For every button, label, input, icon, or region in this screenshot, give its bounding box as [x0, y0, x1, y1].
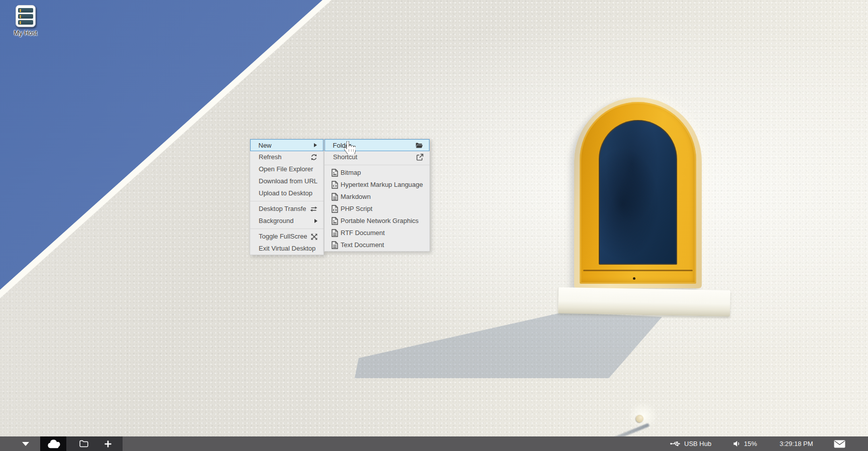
- submenu-item-portable-network-graphics[interactable]: Portable Network Graphics: [324, 215, 429, 227]
- menu-item-toggle-fullscreen[interactable]: Toggle FullScreen: [250, 231, 323, 243]
- file-lines-icon: [331, 193, 338, 201]
- volume-icon: [733, 440, 740, 447]
- hand-cursor: [344, 141, 356, 156]
- cloud-icon: [47, 439, 60, 448]
- menu-item-refresh[interactable]: Refresh: [250, 151, 323, 163]
- file-image-icon: [331, 169, 338, 177]
- menu-item-new[interactable]: New: [250, 139, 323, 151]
- exchange-icon: [310, 206, 317, 212]
- caret-right-icon: [314, 219, 317, 223]
- volume-level-label: 15%: [744, 440, 757, 447]
- add-button[interactable]: [97, 436, 119, 451]
- server-icon: [16, 5, 36, 27]
- submenu-item-php-script[interactable]: PHP Script: [324, 203, 429, 215]
- menu-divider: [324, 165, 429, 165]
- caret-down-icon[interactable]: [22, 442, 29, 446]
- submenu-item-text-document[interactable]: Text Document: [324, 239, 429, 251]
- menu-item-open-file-explorer[interactable]: Open File Explorer: [250, 163, 323, 175]
- file-lines-icon: [331, 229, 338, 237]
- new-submenu: Folder Shortcut: [324, 139, 430, 252]
- external-link-icon: [416, 154, 423, 161]
- menu-divider: [250, 201, 323, 201]
- menu-item-desktop-transfer[interactable]: Desktop Transfer: [250, 203, 323, 215]
- usb-hub-label: USB Hub: [684, 440, 711, 447]
- menu-item-upload-to-desktop[interactable]: Upload to Desktop: [250, 187, 323, 199]
- sync-icon: [310, 154, 317, 161]
- submenu-item-bitmap[interactable]: Bitmap: [324, 167, 429, 179]
- wallpaper-window-groove: [583, 270, 693, 271]
- virtual-desktop: My Host New Refresh Open File Explorer D…: [0, 0, 868, 451]
- context-menu: New Refresh Open File Explorer Download …: [250, 139, 324, 255]
- file-lines-icon: [331, 241, 338, 249]
- submenu-item-markdown[interactable]: Markdown: [324, 191, 429, 203]
- volume-status[interactable]: 15%: [733, 436, 757, 451]
- plus-icon: [104, 440, 112, 447]
- wallpaper-window-sill: [558, 287, 730, 316]
- clock[interactable]: 3:29:18 PM: [780, 436, 813, 451]
- file-image-icon: [331, 217, 338, 225]
- menu-divider: [250, 229, 323, 229]
- taskbar: USB Hub 15% 3:29:18 PM: [0, 436, 868, 451]
- file-explorer-button[interactable]: [73, 436, 94, 451]
- submenu-item-folder[interactable]: Folder: [324, 139, 429, 151]
- wallpaper-window-knob: [633, 277, 635, 280]
- menu-item-exit-virtual-desktop[interactable]: Exit Virtual Desktop: [250, 243, 323, 255]
- envelope-icon: [834, 440, 845, 448]
- caret-right-icon: [314, 143, 317, 147]
- folder-open-icon: [415, 142, 423, 149]
- usb-hub-status[interactable]: USB Hub: [670, 436, 711, 451]
- wallpaper-window-frame: [580, 102, 696, 284]
- desktop-icon-label: My Host: [6, 30, 45, 37]
- expand-arrows-icon: [311, 234, 317, 240]
- desktop-icon-my-host[interactable]: My Host: [6, 5, 45, 37]
- menu-item-download-from-url[interactable]: Download from URL: [250, 175, 323, 187]
- cloud-button[interactable]: [40, 436, 66, 451]
- taskbar-button-group: [66, 436, 123, 451]
- submenu-item-shortcut[interactable]: Shortcut: [324, 151, 429, 163]
- submenu-item-rtf-document[interactable]: RTF Document: [324, 227, 429, 239]
- folder-icon: [79, 440, 88, 447]
- usb-icon: [670, 440, 681, 447]
- wallpaper-window-glass: [599, 120, 677, 265]
- clock-label: 3:29:18 PM: [780, 440, 813, 447]
- wallpaper-wall-bolt: [636, 415, 643, 422]
- mail-status[interactable]: [834, 436, 845, 451]
- menu-item-background[interactable]: Background: [250, 215, 323, 227]
- file-code-icon: [331, 205, 338, 213]
- file-code-icon: [331, 181, 338, 189]
- submenu-item-hypertext-markup-language[interactable]: Hypertext Markup Language: [324, 179, 429, 191]
- wallpaper-window: [574, 97, 702, 288]
